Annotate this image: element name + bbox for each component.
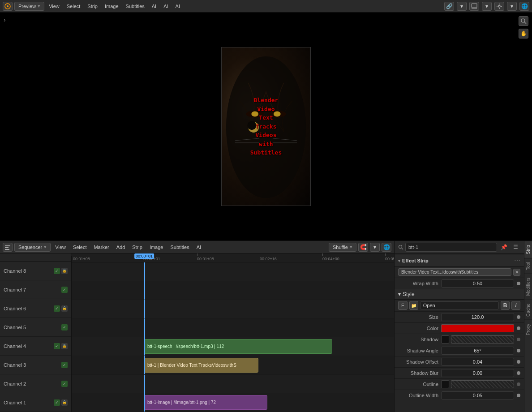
corner-arrow[interactable]: › bbox=[4, 16, 6, 23]
shadow-blur-keyframe[interactable] bbox=[517, 371, 520, 375]
effect-strip-arrow: ▾ bbox=[398, 258, 400, 263]
hand-icon[interactable]: ✋ bbox=[519, 29, 528, 39]
seq-magnet-icon[interactable]: 🧲 bbox=[358, 243, 368, 252]
channel-1-lock[interactable]: 🔒 bbox=[61, 399, 68, 406]
ruler-mark-0: -00:01+08 bbox=[72, 253, 90, 262]
props-menu-icon[interactable]: ☰ bbox=[511, 243, 520, 252]
side-tabs: Strip Tool Modifiers Cache Proxy bbox=[524, 241, 532, 412]
shadow-checkbox[interactable] bbox=[441, 335, 449, 343]
shadow-angle-value[interactable]: 65° bbox=[441, 347, 514, 355]
effect-strip-dots[interactable]: ⋯ bbox=[514, 257, 520, 264]
strip-menu[interactable]: Strip bbox=[85, 3, 100, 10]
search-icon bbox=[398, 245, 403, 250]
channel-1-name: Channel 1 bbox=[4, 400, 51, 405]
seq-image-menu[interactable]: Image bbox=[147, 244, 166, 251]
strip-tag-close[interactable]: ✕ bbox=[513, 269, 520, 276]
tab-strip[interactable]: Strip bbox=[524, 241, 532, 258]
render-dropdown[interactable]: ▾ bbox=[482, 2, 492, 11]
globe-icon[interactable]: 🌐 bbox=[519, 2, 529, 11]
dropdown-btn[interactable]: ▾ bbox=[457, 2, 467, 11]
style-section-header[interactable]: ▾ Style bbox=[395, 289, 524, 300]
strip-btt-speech[interactable]: btt-1-speech | //speech/btt-1.mp3 | 112 bbox=[144, 339, 332, 354]
link-icon-btn[interactable]: 🔗 bbox=[444, 2, 454, 11]
subtitles-menu[interactable]: Subtitles bbox=[123, 3, 147, 10]
channel-label-5: Channel 5 ✓ bbox=[0, 318, 71, 337]
seq-view-menu[interactable]: View bbox=[52, 244, 69, 251]
effect-strip-section-header[interactable]: ▾ Effect Strip ⋯ bbox=[395, 255, 524, 266]
ai-menu-1[interactable]: AI bbox=[149, 3, 159, 10]
select-menu[interactable]: Select bbox=[64, 3, 83, 10]
channel-4-visibility[interactable]: ✓ bbox=[54, 343, 60, 349]
channel-8-visibility[interactable]: ✓ bbox=[54, 268, 60, 274]
channel-5-visibility[interactable]: ✓ bbox=[61, 324, 68, 330]
seq-marker-menu[interactable]: Marker bbox=[91, 244, 112, 251]
bold-btn[interactable]: B bbox=[501, 301, 510, 310]
shuffle-btn[interactable]: Shuffle ▾ bbox=[329, 243, 356, 252]
seq-select-menu[interactable]: Select bbox=[70, 244, 90, 251]
channel-6-visibility[interactable]: ✓ bbox=[54, 305, 60, 312]
settings-icon[interactable] bbox=[494, 2, 504, 11]
channel-6-lock[interactable]: 🔒 bbox=[61, 305, 68, 312]
shadow-angle-keyframe[interactable] bbox=[517, 349, 520, 352]
size-value[interactable]: 120.0 bbox=[441, 313, 514, 321]
seq-editor-icon[interactable] bbox=[3, 243, 13, 252]
sequencer-mode-btn[interactable]: Sequencer ▾ bbox=[14, 243, 51, 252]
tab-tool[interactable]: Tool bbox=[524, 258, 532, 274]
channel-4-lock[interactable]: 🔒 bbox=[61, 343, 68, 349]
blender-icon[interactable] bbox=[3, 2, 13, 11]
outline-checkbox[interactable] bbox=[441, 380, 449, 388]
seq-add-menu[interactable]: Add bbox=[114, 244, 128, 251]
seq-strip-menu[interactable]: Strip bbox=[129, 244, 145, 251]
strip-tag-row: Blender Video Text...ideoswithSubtitles … bbox=[395, 266, 524, 278]
channel-2-visibility[interactable]: ✓ bbox=[61, 381, 68, 387]
render-icon[interactable] bbox=[469, 2, 479, 11]
color-swatch[interactable] bbox=[441, 324, 514, 332]
channel-label-3: Channel 3 ✓ bbox=[0, 356, 71, 374]
outline-width-keyframe[interactable] bbox=[517, 394, 520, 397]
seq-dropdown[interactable]: ▾ bbox=[370, 243, 380, 252]
seq-globe-icon[interactable]: 🌐 bbox=[382, 243, 391, 252]
channel-3-visibility[interactable]: ✓ bbox=[61, 362, 68, 368]
ai-menu-2[interactable]: AI bbox=[161, 3, 171, 10]
color-keyframe[interactable] bbox=[517, 326, 520, 330]
strip-btt-image[interactable]: btt-1-image | //image/btt-1.png | 72 bbox=[144, 395, 267, 410]
ruler-mark-3: 00:02+16 bbox=[260, 253, 277, 262]
italic-btn[interactable]: I bbox=[511, 301, 520, 310]
strip-image-label: btt-1-image | //image/btt-1.png | 72 bbox=[147, 400, 216, 405]
tool-icons: ✋ bbox=[519, 16, 528, 39]
shadow-blur-value[interactable]: 0.00 bbox=[441, 369, 514, 377]
font-folder-btn[interactable]: 📁 bbox=[409, 301, 418, 310]
props-pin-icon[interactable]: 📌 bbox=[499, 243, 509, 252]
channel-8-lock[interactable]: 🔒 bbox=[61, 268, 68, 274]
tab-modifiers[interactable]: Modifiers bbox=[524, 274, 532, 300]
shadow-offset-value[interactable]: 0.04 bbox=[441, 358, 514, 366]
outline-row: Outline bbox=[395, 379, 524, 390]
image-menu[interactable]: Image bbox=[102, 3, 121, 10]
settings-dropdown[interactable]: ▾ bbox=[507, 2, 517, 11]
props-search-input[interactable] bbox=[405, 243, 497, 252]
shadow-offset-keyframe[interactable] bbox=[517, 360, 520, 364]
shadow-keyframe[interactable] bbox=[517, 338, 520, 341]
seq-subtitles-menu[interactable]: Subtitles bbox=[167, 244, 192, 251]
channel-1-visibility[interactable]: ✓ bbox=[54, 399, 60, 406]
size-keyframe[interactable] bbox=[517, 315, 520, 319]
seq-ai-menu[interactable]: AI bbox=[194, 244, 204, 251]
font-name-field[interactable]: Open bbox=[420, 301, 499, 309]
wrap-width-value[interactable]: 0.50 bbox=[441, 279, 514, 288]
strip-btt-text[interactable]: btt-1 | Blender Video Text TracksVideosw… bbox=[144, 358, 258, 373]
ai-menu-3[interactable]: AI bbox=[173, 3, 183, 10]
wrap-width-keyframe[interactable] bbox=[517, 282, 520, 285]
channel-label-4: Channel 4 ✓ 🔒 bbox=[0, 337, 71, 356]
outline-width-value[interactable]: 0.05 bbox=[441, 391, 514, 399]
outline-keyframe[interactable] bbox=[517, 382, 520, 386]
zoom-icon[interactable] bbox=[519, 16, 528, 26]
preview-mode-btn[interactable]: Preview ▾ bbox=[14, 2, 44, 11]
tab-cache[interactable]: Cache bbox=[524, 300, 532, 320]
font-row: F 📁 Open B I bbox=[395, 300, 524, 312]
shadow-offset-label: Shadow Offset bbox=[398, 359, 438, 365]
effect-strip-title: Effect Strip bbox=[402, 258, 512, 263]
view-menu[interactable]: View bbox=[46, 3, 62, 10]
font-type-btn[interactable]: F bbox=[398, 301, 408, 310]
channel-7-visibility[interactable]: ✓ bbox=[61, 287, 68, 293]
tab-proxy[interactable]: Proxy bbox=[524, 320, 532, 339]
